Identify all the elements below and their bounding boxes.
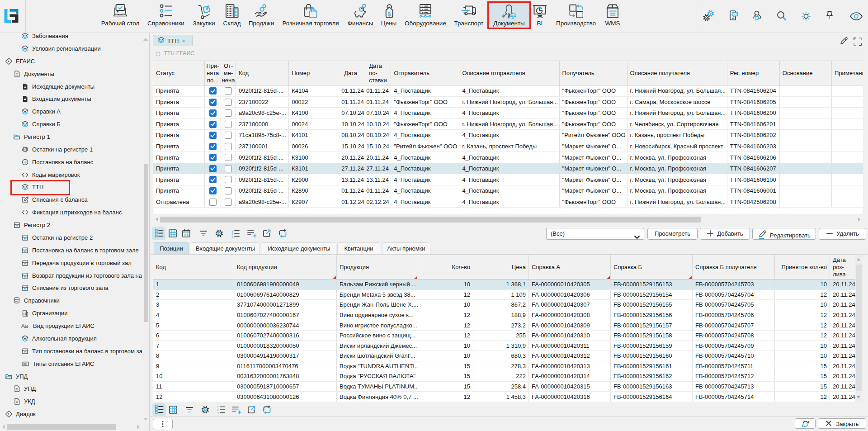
svg-text:3: 3 xyxy=(231,235,233,238)
svg-text:Aa: Aa xyxy=(21,323,28,329)
svg-text:3: 3 xyxy=(217,412,219,415)
